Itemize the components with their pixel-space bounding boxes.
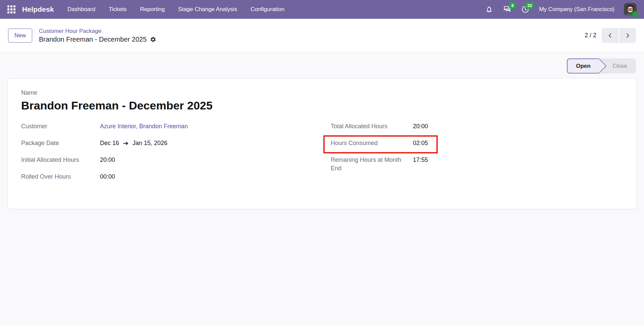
apps-grid-icon[interactable]	[7, 5, 15, 13]
field-hours-consumed: Hours Consumed 02:05	[331, 139, 472, 156]
record-title[interactable]: Brandon Freeman - December 2025	[21, 99, 623, 112]
form-left-column: Customer Azure Interior, Brandon Freeman…	[21, 122, 331, 189]
status-row: Open Close	[0, 52, 644, 74]
stage-statusbar: Open Close	[567, 58, 636, 74]
form-right-column: Total Allocated Hours 20:00 Hours Consum…	[331, 122, 472, 189]
pager-count: 2 / 2	[585, 32, 596, 39]
remaining-hours-label: Remaning Hours at Month End	[331, 156, 413, 173]
app-name[interactable]: Helpdesk	[22, 5, 54, 13]
field-rolled-over-hours: Rolled Over Hours 00:00	[21, 173, 331, 189]
field-package-date: Package Date Dec 16 ➔ Jan 15, 2026	[21, 139, 331, 156]
notifications-bell-icon[interactable]	[485, 5, 493, 14]
package-date-label: Package Date	[21, 139, 100, 147]
menu-reporting[interactable]: Reporting	[140, 6, 165, 13]
menu-tickets[interactable]: Tickets	[109, 6, 126, 13]
top-menu: Dashboard Tickets Reporting Stage Change…	[67, 6, 284, 13]
menu-stage-change-analysis[interactable]: Stage Change Analysis	[178, 6, 237, 13]
initial-allocated-hours-label: Initial Allocated Hours	[21, 156, 100, 164]
initial-allocated-hours-value[interactable]: 20:00	[100, 156, 115, 164]
breadcrumb-current: Brandon Freeman - December 2025	[39, 36, 147, 43]
messages-count-badge: 8	[509, 2, 516, 9]
stage-open-button[interactable]: Open	[567, 58, 599, 74]
hours-consumed-value: 02:05	[413, 139, 428, 147]
name-field-label: Name	[21, 89, 623, 96]
activities-clock-icon[interactable]: 32	[521, 5, 530, 14]
hours-consumed-label: Hours Consumed	[331, 139, 413, 147]
customer-value-link[interactable]: Azure Interior, Brandon Freeman	[100, 122, 188, 131]
user-avatar[interactable]	[624, 3, 637, 16]
messages-icon[interactable]: 8	[503, 5, 512, 14]
remaining-hours-value: 17:55	[413, 156, 428, 164]
arrow-right-icon: ➔	[123, 139, 128, 147]
company-switcher[interactable]: My Company (San Francisco)	[539, 6, 614, 13]
menu-dashboard[interactable]: Dashboard	[67, 6, 95, 13]
breadcrumb: Customer Hour Package Brandon Freeman - …	[39, 28, 156, 43]
pager-next-button[interactable]	[619, 28, 636, 43]
new-button[interactable]: New	[8, 29, 32, 43]
online-status-dot	[632, 11, 638, 17]
activities-count-badge: 32	[525, 2, 534, 9]
package-date-start[interactable]: Dec 16	[100, 139, 119, 147]
rolled-over-hours-label: Rolled Over Hours	[21, 173, 100, 181]
package-date-end[interactable]: Jan 15, 2026	[132, 139, 167, 147]
breadcrumb-parent-link[interactable]: Customer Hour Package	[39, 28, 156, 35]
top-navbar: Helpdesk Dashboard Tickets Reporting Sta…	[0, 0, 644, 19]
gear-icon[interactable]	[150, 36, 156, 43]
pager-previous-button[interactable]	[602, 28, 619, 43]
field-remaining-hours: Remaning Hours at Month End 17:55	[331, 156, 472, 173]
total-allocated-hours-label: Total Allocated Hours	[331, 122, 413, 131]
field-customer: Customer Azure Interior, Brandon Freeman	[21, 122, 331, 139]
rolled-over-hours-value[interactable]: 00:00	[100, 173, 115, 181]
customer-label: Customer	[21, 122, 100, 131]
form-card: Name Brandon Freeman - December 2025 Cus…	[7, 78, 637, 209]
total-allocated-hours-value: 20:00	[413, 122, 428, 131]
field-total-allocated-hours: Total Allocated Hours 20:00	[331, 122, 472, 139]
menu-configuration[interactable]: Configuration	[251, 6, 284, 13]
control-panel: New Customer Hour Package Brandon Freema…	[0, 19, 644, 52]
field-initial-allocated-hours: Initial Allocated Hours 20:00	[21, 156, 331, 173]
